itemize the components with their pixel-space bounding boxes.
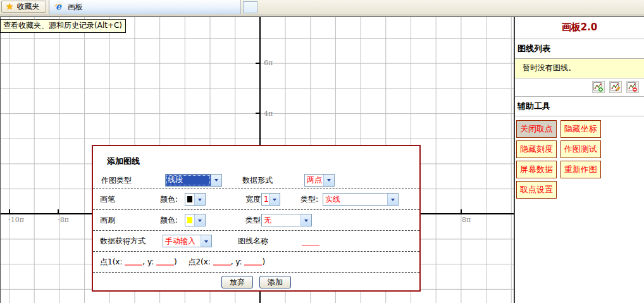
pen-type-label: 类型:: [300, 194, 318, 205]
dialog-button-row: 放弃 添加: [93, 273, 419, 288]
star-icon: ★: [6, 3, 14, 11]
chevron-down-icon[interactable]: [211, 175, 221, 186]
point1-close: ): [174, 257, 177, 266]
brush-color-label: 颜色:: [160, 215, 178, 226]
x-tick-neg8pi: [58, 209, 59, 213]
edit-line-icon[interactable]: [609, 81, 622, 93]
data-form-select[interactable]: 两点: [304, 174, 335, 187]
y-axis-label: 6π: [264, 59, 273, 67]
x-tick-8pi: [461, 209, 462, 213]
data-method-select[interactable]: 手动输入: [163, 235, 212, 247]
line-name-label: 图线名称: [238, 236, 268, 247]
point2-label: 点2: [188, 257, 201, 266]
empty-line-list-message: 暂时没有图线。: [515, 59, 644, 78]
dialog-title: 添加图线: [107, 156, 140, 167]
line-list-actions: [515, 78, 644, 97]
point1-label: 点1: [100, 257, 113, 266]
chevron-down-icon[interactable]: [387, 194, 398, 205]
brush-color-select[interactable]: [185, 214, 206, 226]
pen-color-swatch: [187, 196, 192, 202]
y-tick-4pi: [256, 113, 260, 114]
chevron-down-icon[interactable]: [269, 194, 280, 205]
new-tab-button[interactable]: [243, 1, 257, 13]
dialog-row-points: 点1(x: , y: ) 点2(x: , y: ): [93, 252, 419, 273]
data-form-label: 数据形式: [242, 175, 273, 185]
app-screen: ★ 收藏夹 e 画板 6π 4π -10π -8π 8π: [0, 0, 644, 303]
tool-button-pick-settings[interactable]: 取点设置: [516, 181, 557, 199]
line-list-header: 图线列表: [515, 39, 644, 59]
dialog-row-pen: 画笔 颜色: 宽度: 1 类型: 实线: [93, 189, 419, 210]
tool-button-screen-data[interactable]: 屏幕数据: [516, 161, 557, 178]
add-button[interactable]: 添加: [259, 276, 291, 288]
point2-close: ): [262, 257, 265, 266]
dialog-row-type: 作图类型 线段 数据形式 两点: [93, 171, 419, 189]
page-body: 6π 4π -10π -8π 8π 画板2.0 图线列表 暂时没有图线。: [0, 16, 644, 303]
sidebar: 画板2.0 图线列表 暂时没有图线。: [514, 17, 644, 303]
y-axis-label: 4π: [264, 109, 273, 118]
tool-button-close-picking[interactable]: 关闭取点: [516, 120, 557, 138]
brush-label: 画刷: [100, 215, 115, 226]
chevron-down-icon[interactable]: [201, 235, 211, 247]
brush-color-swatch: [187, 217, 192, 223]
brush-type-select[interactable]: 无: [261, 214, 312, 226]
point1-y-input[interactable]: [156, 257, 174, 266]
pen-label: 画笔: [100, 194, 115, 205]
point2-y-input[interactable]: [244, 257, 262, 266]
pen-color-select[interactable]: [185, 193, 206, 206]
favorites-button[interactable]: ★ 收藏夹: [1, 1, 46, 13]
data-method-label: 数据获得方式: [100, 236, 146, 247]
tool-button-plot-test[interactable]: 作图测试: [560, 140, 601, 158]
favorites-tooltip: 查看收藏夹、源和历史记录(Alt+C): [0, 19, 126, 33]
tool-button-redraw[interactable]: 重新作图: [560, 161, 601, 178]
delete-line-icon[interactable]: [626, 81, 639, 93]
dialog-row-brush: 画刷 颜色: 类型: 无: [93, 210, 419, 231]
brush-type-label: 类型:: [245, 215, 263, 226]
chevron-down-icon[interactable]: [194, 214, 205, 226]
x-axis-label: -10π: [8, 216, 24, 224]
cancel-button[interactable]: 放弃: [221, 276, 253, 288]
point1-x-prefix: (x:: [113, 257, 123, 266]
tools-header: 辅助工具: [515, 97, 644, 116]
tool-button-hide-axes[interactable]: 隐藏坐标: [560, 120, 601, 138]
browser-tab-active[interactable]: e 画板: [49, 0, 241, 14]
draw-type-select[interactable]: 线段: [165, 174, 222, 187]
point2-y-prefix: , y:: [231, 257, 242, 266]
pen-width-label: 宽度:: [245, 194, 263, 205]
chevron-down-icon[interactable]: [300, 214, 311, 226]
pen-type-select[interactable]: 实线: [323, 193, 399, 206]
chevron-down-icon[interactable]: [194, 194, 205, 205]
draw-type-label: 作图类型: [101, 175, 132, 185]
dialog-row-method: 数据获得方式 手动输入 图线名称: [93, 231, 419, 252]
pen-width-select[interactable]: 1: [261, 193, 280, 206]
x-axis-label: -8π: [58, 216, 69, 224]
tools-panel: 关闭取点 隐藏坐标 隐藏刻度 作图测试 屏幕数据 重新作图 取点设置: [515, 116, 644, 202]
point2-x-prefix: (x:: [201, 257, 211, 266]
x-tick-neg10pi: [9, 209, 10, 213]
chevron-down-icon[interactable]: [323, 175, 334, 186]
favorites-label: 收藏夹: [17, 1, 40, 12]
x-axis-label: 8π: [462, 216, 471, 224]
app-title: 画板2.0: [515, 22, 644, 39]
add-line-icon[interactable]: [592, 81, 605, 93]
pen-color-label: 颜色:: [160, 194, 178, 205]
y-tick-6pi: [256, 63, 260, 64]
browser-toolbar: ★ 收藏夹 e 画板: [0, 0, 644, 14]
internet-explorer-icon: e: [54, 2, 64, 12]
point1-x-input[interactable]: [125, 257, 142, 266]
point1-y-prefix: , y:: [142, 257, 154, 266]
add-line-dialog: 添加图线 作图类型 线段 数据形式 两点 画笔 颜色:: [92, 145, 421, 292]
line-name-input[interactable]: [302, 237, 319, 245]
point2-x-input[interactable]: [213, 257, 231, 266]
tab-title: 画板: [68, 2, 83, 13]
tool-button-hide-scale[interactable]: 隐藏刻度: [516, 140, 557, 158]
